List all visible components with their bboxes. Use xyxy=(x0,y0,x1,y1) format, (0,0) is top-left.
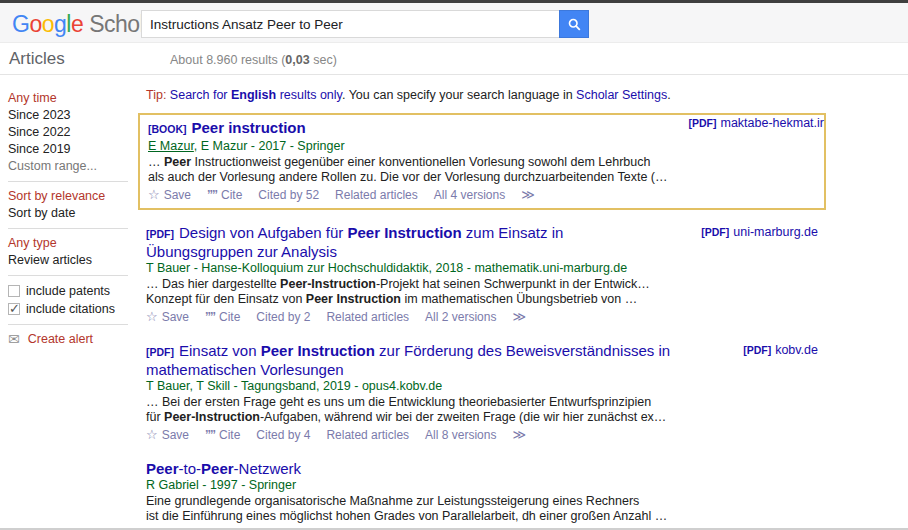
sidebar-item-time-4[interactable]: Custom range... xyxy=(8,158,138,175)
search-icon xyxy=(567,17,582,32)
sidebar-divider xyxy=(8,324,128,325)
result-title-link[interactable]: [PDF]Design von Aufgaben für Peer Instru… xyxy=(146,224,671,260)
search-tip: Tip: Search for English results only. Yo… xyxy=(146,88,818,103)
result-snippet: … Das hier dargestellte Peer-Instruction… xyxy=(146,277,671,307)
double-quote-icon: ”” xyxy=(205,428,215,442)
sidebar-checkbox-patents[interactable]: include patents xyxy=(8,282,138,300)
envelope-icon: ✉ xyxy=(8,331,20,347)
sidebar-item-time-1[interactable]: Since 2023 xyxy=(8,107,138,124)
save-button[interactable]: ☆Save xyxy=(146,428,189,442)
sidebar-divider xyxy=(8,228,128,229)
page-title: Articles xyxy=(9,49,65,69)
result-main: [BOOK]Peer instructionE Mazur, E Mazur -… xyxy=(148,119,673,202)
result-snippet: … Bei der ersten Frage geht es uns um di… xyxy=(146,395,671,425)
cite-button[interactable]: ””Cite xyxy=(207,188,242,202)
cite-button[interactable]: ””Cite xyxy=(205,310,240,324)
cited-by-link[interactable]: Cited by 4 xyxy=(256,428,310,442)
tip-label: Tip: xyxy=(146,88,166,102)
pdf-source-link[interactable]: kobv.de xyxy=(775,343,818,357)
snippet-line: für Peer-Instruction-Aufgaben, während w… xyxy=(146,410,671,425)
more-double-chevron-icon[interactable]: ≫ xyxy=(512,428,526,442)
result-main: [PDF]Design von Aufgaben für Peer Instru… xyxy=(146,224,671,324)
author-link[interactable]: E Mazur xyxy=(148,139,194,153)
result-type-tag: [PDF] xyxy=(146,228,174,240)
result-title-link[interactable]: Peer-to-Peer-Netzwerk xyxy=(146,460,671,477)
more-double-chevron-icon[interactable]: ≫ xyxy=(512,310,526,324)
result-side-link: [PDF]maktabe-hekmat.ir xyxy=(688,116,824,130)
pdf-source-link[interactable]: uni-marburg.de xyxy=(733,225,818,239)
sidebar-item-time-0[interactable]: Any time xyxy=(8,90,138,107)
result-title-link[interactable]: [PDF]Einsatz von Peer Instruction zur Fö… xyxy=(146,342,671,378)
result-item: [PDF]Design von Aufgaben für Peer Instru… xyxy=(146,224,818,324)
main-column: Tip: Search for English results only. Yo… xyxy=(146,88,818,530)
pdf-tag: [PDF] xyxy=(688,117,716,129)
search-input[interactable] xyxy=(141,10,559,38)
result-snippet: … Peer Instructionweist gegenüber einer … xyxy=(148,155,673,185)
result-main: [PDF]Einsatz von Peer Instruction zur Fö… xyxy=(146,342,671,442)
sidebar-item-time-2[interactable]: Since 2022 xyxy=(8,124,138,141)
result-actions: ☆Save””CiteCited by 2Related articlesAll… xyxy=(146,310,671,324)
snippet-line: Eine grundlegende organisatorische Maßna… xyxy=(146,494,671,509)
header: GoogleScholar xyxy=(0,3,908,43)
checkbox-label: include citations xyxy=(26,300,115,318)
sidebar-item-time-3[interactable]: Since 2019 xyxy=(8,141,138,158)
pdf-source-link[interactable]: maktabe-hekmat.ir xyxy=(720,116,824,130)
result-authors: T Bauer, T Skill - Tagungsband, 2019 - o… xyxy=(146,379,671,393)
star-icon: ☆ xyxy=(146,427,158,442)
cited-by-link[interactable]: Cited by 52 xyxy=(258,188,319,202)
sidebar-item-sort-0[interactable]: Sort by relevance xyxy=(8,188,138,205)
english-results-link[interactable]: Search for English results only xyxy=(166,88,342,102)
result-item: [PDF]Einsatz von Peer Instruction zur Fö… xyxy=(146,342,818,442)
result-side-link: [PDF]uni-marburg.de xyxy=(701,225,818,239)
sidebar-item-type-0[interactable]: Any type xyxy=(8,235,138,252)
results-list: [BOOK]Peer instructionE Mazur, E Mazur -… xyxy=(146,113,818,530)
scholar-settings-link[interactable]: Scholar Settings xyxy=(576,88,667,102)
star-icon: ☆ xyxy=(148,187,160,202)
result-side-link: [PDF]kobv.de xyxy=(743,343,818,357)
result-snippet: Eine grundlegende organisatorische Maßna… xyxy=(146,494,671,524)
sidebar-checkbox-citations[interactable]: ✓include citations xyxy=(8,300,138,318)
result-title-link[interactable]: [BOOK]Peer instruction xyxy=(148,119,673,138)
snippet-line: … Bei der ersten Frage geht es uns um di… xyxy=(146,395,671,410)
authors-text: , E Mazur - 2017 - Springer xyxy=(194,139,345,153)
related-articles-link[interactable]: Related articles xyxy=(326,428,409,442)
more-double-chevron-icon[interactable]: ≫ xyxy=(521,188,535,202)
search-button[interactable] xyxy=(559,10,589,38)
checkbox-label: include patents xyxy=(26,282,110,300)
sidebar-divider xyxy=(8,181,128,182)
cited-by-link[interactable]: Cited by 2 xyxy=(256,310,310,324)
snippet-line: … Peer Instructionweist gegenüber einer … xyxy=(148,155,673,170)
snippet-line: als auch der Vorlesung andere Rollen zu.… xyxy=(148,170,673,185)
star-icon: ☆ xyxy=(146,309,158,324)
result-authors: T Bauer - Hanse-Kolloquium zur Hochschul… xyxy=(146,261,671,275)
authors-text: T Bauer, T Skill - Tagungsband, 2019 - o… xyxy=(146,379,442,393)
authors-text: R Gabriel - 1997 - Springer xyxy=(146,478,296,492)
checkbox-icon xyxy=(8,285,20,297)
save-button[interactable]: ☆Save xyxy=(148,188,191,202)
sidebar: Any timeSince 2023Since 2022Since 2019Cu… xyxy=(8,90,138,347)
result-main: Peer-to-Peer-NetzwerkR Gabriel - 1997 - … xyxy=(146,460,671,530)
versions-link[interactable]: All 8 versions xyxy=(425,428,496,442)
sidebar-item-sort-1[interactable]: Sort by date xyxy=(8,205,138,222)
create-alert-button[interactable]: ✉Create alert xyxy=(8,331,138,347)
versions-link[interactable]: All 4 versions xyxy=(434,188,505,202)
result-authors: E Mazur, E Mazur - 2017 - Springer xyxy=(148,139,673,153)
sidebar-divider xyxy=(8,275,128,276)
result-item: [BOOK]Peer instructionE Mazur, E Mazur -… xyxy=(138,113,826,210)
related-articles-link[interactable]: Related articles xyxy=(335,188,418,202)
checkbox-icon: ✓ xyxy=(8,303,20,315)
snippet-line: ist die Einführung eines möglichst hohen… xyxy=(146,509,671,524)
sidebar-item-type-1[interactable]: Review articles xyxy=(8,252,138,269)
cite-button[interactable]: ””Cite xyxy=(205,428,240,442)
result-item: Peer-to-Peer-NetzwerkR Gabriel - 1997 - … xyxy=(146,460,818,530)
double-quote-icon: ”” xyxy=(205,310,215,324)
related-articles-link[interactable]: Related articles xyxy=(326,310,409,324)
save-button[interactable]: ☆Save xyxy=(146,310,189,324)
result-type-tag: [BOOK] xyxy=(148,123,187,135)
snippet-line: Konzept für den Einsatz von Peer Instruc… xyxy=(146,292,671,307)
pdf-tag: [PDF] xyxy=(743,344,771,356)
results-stats: About 8.960 results (0,03 sec) xyxy=(170,53,337,67)
versions-link[interactable]: All 2 versions xyxy=(425,310,496,324)
result-type-tag: [PDF] xyxy=(146,346,174,358)
google-logo: Google xyxy=(12,11,83,37)
